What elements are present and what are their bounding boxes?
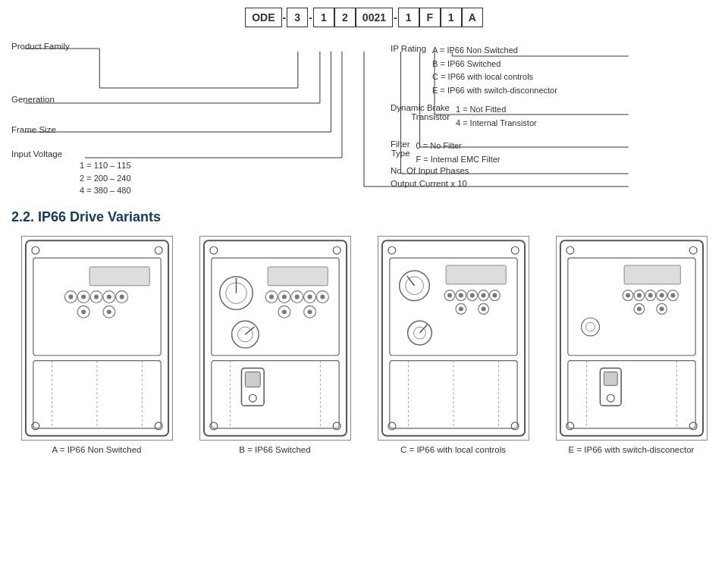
variant-c-card: C = IP66 with local controls xyxy=(368,236,538,454)
svg-point-95 xyxy=(481,293,485,298)
svg-rect-134 xyxy=(604,372,617,386)
svg-point-89 xyxy=(447,293,452,298)
code-2: 2 xyxy=(334,8,356,27)
svg-point-68 xyxy=(307,309,312,314)
variant-c-label: C = IP66 with local controls xyxy=(400,445,506,454)
svg-point-80 xyxy=(511,246,519,254)
svg-point-21 xyxy=(31,246,39,254)
svg-point-129 xyxy=(659,306,664,311)
variant-a-svg xyxy=(22,237,172,440)
variant-e-image xyxy=(556,236,708,441)
code-1c: 1 xyxy=(441,8,462,27)
svg-point-121 xyxy=(648,293,652,298)
svg-point-125 xyxy=(670,293,675,298)
variant-b-label: B = IP66 Switched xyxy=(239,445,310,454)
ip-rating-label: IP Rating A = IP66 Non Switched B = IP66… xyxy=(391,44,717,97)
svg-point-56 xyxy=(269,295,274,300)
svg-point-111 xyxy=(689,246,697,254)
svg-point-47 xyxy=(333,246,340,254)
svg-point-64 xyxy=(320,295,325,300)
filter-type-label: FilterType 0 = No Filter F = Internal EM… xyxy=(391,140,717,166)
svg-rect-115 xyxy=(624,265,680,284)
variant-e-card: E = IP66 with switch-disconector xyxy=(546,236,717,454)
variant-b-card: B = IP66 Switched xyxy=(190,236,360,454)
variant-a-card: A = IP66 Non Switched xyxy=(11,236,182,454)
svg-rect-26 xyxy=(89,267,149,286)
svg-point-131 xyxy=(585,322,595,331)
svg-point-79 xyxy=(388,246,395,254)
variant-c-image xyxy=(378,236,529,441)
frame-size-label: Frame Size xyxy=(11,124,56,135)
generation-label: Generation xyxy=(11,94,55,105)
dynamic-brake-label: Dynamic BrakeTransistor 1 = Not Fitted 4… xyxy=(391,103,717,130)
svg-rect-54 xyxy=(268,267,328,286)
svg-point-123 xyxy=(659,293,664,298)
svg-point-119 xyxy=(636,293,641,298)
part-diagram-area: Product Family Generation Frame Size Inp… xyxy=(11,27,717,202)
svg-rect-87 xyxy=(446,265,506,284)
input-voltage-label: Input Voltage 1 = 110 – 115 2 = 200 – 24… xyxy=(11,149,131,197)
svg-line-104 xyxy=(419,325,427,333)
svg-point-58 xyxy=(281,295,286,300)
svg-rect-132 xyxy=(567,361,695,428)
svg-point-130 xyxy=(581,318,599,336)
svg-point-34 xyxy=(106,295,111,300)
svg-point-85 xyxy=(405,277,423,295)
code-3: 3 xyxy=(287,8,308,27)
code-1b: 1 xyxy=(398,8,419,27)
svg-point-75 xyxy=(249,394,256,402)
svg-point-62 xyxy=(307,295,312,300)
svg-rect-74 xyxy=(245,372,260,387)
svg-point-40 xyxy=(106,309,111,314)
sep3: - xyxy=(393,11,398,24)
variants-grid: A = IP66 Non Switched xyxy=(11,236,717,454)
svg-point-99 xyxy=(458,306,463,311)
section-title: 2.2. IP66 Drive Variants xyxy=(11,209,717,225)
svg-point-97 xyxy=(492,293,497,298)
variant-e-svg xyxy=(557,237,707,440)
product-family-label: Product Family xyxy=(11,41,70,52)
sep1: - xyxy=(282,11,287,24)
part-number-code: ODE - 3 - 1 2 0021 - 1 F 1 A xyxy=(11,8,717,27)
svg-rect-72 xyxy=(211,361,338,428)
svg-point-101 xyxy=(481,306,485,311)
svg-point-110 xyxy=(566,246,573,254)
sep2: - xyxy=(308,11,313,24)
code-ode: ODE xyxy=(245,8,281,27)
code-a: A xyxy=(462,8,483,27)
variant-a-label: A = IP66 Non Switched xyxy=(52,445,142,454)
svg-point-91 xyxy=(458,293,463,298)
svg-point-127 xyxy=(636,306,641,311)
code-0021: 0021 xyxy=(356,8,393,27)
svg-point-84 xyxy=(399,271,429,301)
variant-b-image xyxy=(199,236,351,441)
svg-point-93 xyxy=(469,293,474,298)
svg-point-46 xyxy=(209,246,217,254)
variant-b-svg xyxy=(200,237,350,440)
svg-point-38 xyxy=(81,309,86,314)
svg-point-22 xyxy=(155,246,162,254)
svg-point-60 xyxy=(294,295,299,300)
variant-e-label: E = IP66 with switch-disconector xyxy=(569,445,695,454)
svg-point-30 xyxy=(81,295,86,300)
svg-point-32 xyxy=(94,295,99,300)
variant-c-svg xyxy=(378,237,529,440)
code-1a: 1 xyxy=(313,8,334,27)
svg-point-117 xyxy=(626,293,630,298)
no-input-phases-label: No. Of Input Phases xyxy=(391,166,717,175)
output-current-label: Output Current x 10 xyxy=(391,179,717,188)
svg-point-66 xyxy=(281,309,286,314)
svg-point-28 xyxy=(68,295,73,300)
code-f: F xyxy=(419,8,441,27)
svg-point-102 xyxy=(407,321,431,345)
svg-point-135 xyxy=(607,394,614,402)
svg-point-36 xyxy=(119,295,124,300)
variant-a-image xyxy=(21,236,173,441)
